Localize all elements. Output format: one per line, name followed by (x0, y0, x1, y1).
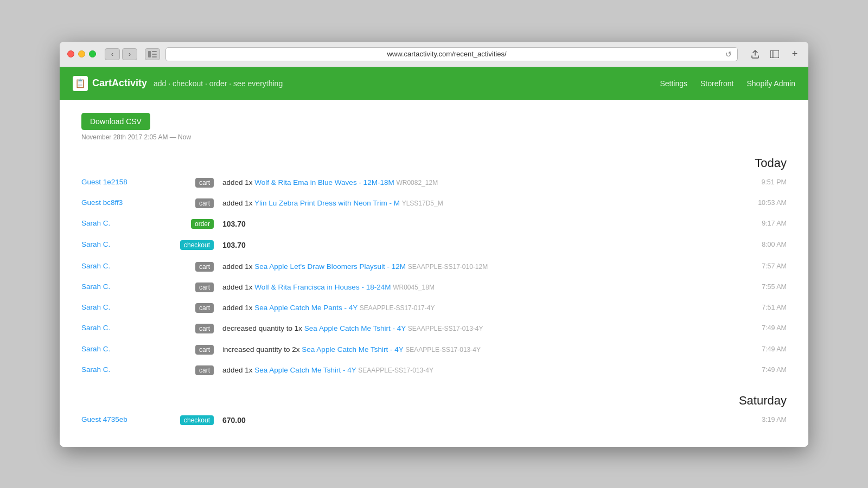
activity-description: decreased quantity to 1x Sea Apple Catch… (222, 323, 738, 334)
cart-badge: cart (195, 198, 214, 208)
svg-rect-1 (152, 51, 157, 52)
badge-area: cart (168, 323, 222, 333)
activity-description: 670.00 (222, 415, 738, 426)
cart-badge: cart (195, 345, 214, 355)
sidebar-toggle-button[interactable] (145, 48, 160, 60)
user-link[interactable]: Guest 4735eb (81, 415, 168, 423)
activity-description: added 1x Sea Apple Catch Me Pants - 4Y S… (222, 303, 738, 313)
activity-row: Guest 1e2158 cart added 1x Wolf & Rita E… (81, 172, 787, 193)
product-link[interactable]: Sea Apple Catch Me Tshirt - 4Y (304, 324, 406, 332)
cart-badge: cart (195, 324, 214, 333)
user-link[interactable]: Guest 1e2158 (81, 177, 168, 186)
cart-badge: cart (195, 178, 214, 188)
user-link[interactable]: Sarah C. (81, 219, 168, 227)
user-link[interactable]: Guest bc8ff3 (81, 198, 168, 207)
storefront-nav-item[interactable]: Storefront (700, 79, 733, 88)
share-button[interactable] (748, 48, 763, 60)
product-link[interactable]: Sea Apple Let's Draw Bloomers Playsuit -… (254, 262, 406, 271)
day-header-saturday: Saturday (81, 389, 787, 410)
checkout-badge: checkout (180, 240, 214, 250)
activity-row: Sarah C. cart added 1x Wolf & Rita Franc… (81, 277, 787, 298)
browser-actions (748, 48, 782, 60)
activity-description: 103.70 (222, 219, 738, 230)
user-link[interactable]: Sarah C. (81, 261, 168, 270)
product-link[interactable]: Wolf & Rita Ema in Blue Waves - 12M-18M (254, 178, 394, 187)
order-badge: order (191, 219, 214, 229)
activity-time: 10:53 AM (738, 198, 787, 207)
sku: SEAAPPLE-SS17-017-4Y (360, 304, 435, 312)
user-link[interactable]: Sarah C. (81, 240, 168, 248)
activity-row: Sarah C. order 103.70 9:17 AM (81, 214, 787, 235)
product-link[interactable]: Sea Apple Catch Me Tshirt - 4Y (254, 366, 356, 374)
app-header: 📋 CartActivity add · checkout · order · … (60, 67, 808, 100)
activity-description: added 1x Ylin Lu Zebra Print Dress with … (222, 198, 738, 209)
product-link[interactable]: Ylin Lu Zebra Print Dress with Neon Trim… (254, 199, 400, 207)
user-link[interactable]: Sarah C. (81, 303, 168, 311)
address-bar[interactable]: www.cartactivity.com/recent_activities/ … (165, 47, 738, 61)
user-link[interactable]: Sarah C. (81, 323, 168, 332)
activity-table: Today Guest 1e2158 cart added 1x Wolf & … (81, 152, 787, 432)
sku: WR0045_18M (393, 284, 435, 291)
svg-rect-0 (148, 51, 151, 57)
sku: SEAAPPLE-SS17-013-4Y (405, 346, 481, 354)
badge-area: checkout (168, 415, 222, 425)
activity-time: 7:51 AM (738, 303, 787, 311)
activity-row: Guest 4735eb checkout 670.00 3:19 AM (81, 410, 787, 431)
reload-button[interactable]: ↺ (725, 50, 732, 59)
maximize-button[interactable] (89, 50, 96, 57)
back-button[interactable]: ‹ (105, 48, 120, 60)
app-logo: 📋 CartActivity add · checkout · order · … (73, 76, 283, 91)
badge-area: cart (168, 303, 222, 313)
sku: SEAAPPLE-SS17-013-4Y (358, 367, 433, 374)
user-link[interactable]: Sarah C. (81, 365, 168, 374)
cart-badge: cart (195, 303, 214, 313)
badge-area: cart (168, 177, 222, 188)
reading-list-button[interactable] (767, 48, 782, 60)
new-tab-button[interactable]: + (789, 48, 801, 60)
svg-rect-3 (152, 56, 157, 57)
download-csv-button[interactable]: Download CSV (81, 113, 150, 130)
main-content: Download CSV November 28th 2017 2:05 AM … (60, 100, 808, 447)
url-text: www.cartactivity.com/recent_activities/ (171, 50, 722, 58)
header-nav: Settings Storefront Shopify Admin (660, 79, 795, 88)
activity-row: Sarah C. cart added 1x Sea Apple Catch M… (81, 360, 787, 381)
browser-chrome: ‹ › www.cartactivity.com/recent_activiti… (60, 42, 808, 67)
close-button[interactable] (67, 50, 74, 57)
badge-area: cart (168, 282, 222, 292)
forward-button[interactable]: › (122, 48, 137, 60)
activity-time: 7:57 AM (738, 261, 787, 270)
activity-time: 7:49 AM (738, 323, 787, 332)
browser-window: ‹ › www.cartactivity.com/recent_activiti… (60, 42, 808, 447)
activity-description: added 1x Sea Apple Let's Draw Bloomers P… (222, 261, 738, 272)
activity-time: 8:00 AM (738, 240, 787, 248)
minimize-button[interactable] (78, 50, 85, 57)
activity-row: Sarah C. cart added 1x Sea Apple Catch M… (81, 298, 787, 318)
user-link[interactable]: Sarah C. (81, 282, 168, 291)
activity-time: 9:51 PM (738, 177, 787, 186)
product-link[interactable]: Sea Apple Catch Me Pants - 4Y (254, 304, 358, 312)
activity-row: Sarah C. cart decreased quantity to 1x S… (81, 318, 787, 339)
shopify-admin-nav-item[interactable]: Shopify Admin (747, 79, 796, 88)
activity-description: 103.70 (222, 240, 738, 251)
svg-rect-2 (152, 54, 157, 55)
badge-area: cart (168, 198, 222, 208)
activity-description: added 1x Wolf & Rita Francisca in Houses… (222, 282, 738, 293)
settings-nav-item[interactable]: Settings (660, 79, 687, 88)
svg-rect-5 (773, 50, 774, 58)
activity-time: 7:49 AM (738, 344, 787, 353)
app-tagline: add · checkout · order · see everything (154, 79, 283, 88)
order-amount: 103.70 (222, 220, 246, 228)
cart-badge: cart (195, 365, 214, 375)
product-link[interactable]: Wolf & Rita Francisca in Houses - 18-24M (254, 283, 391, 291)
badge-area: cart (168, 261, 222, 272)
product-link[interactable]: Sea Apple Catch Me Tshirt - 4Y (302, 345, 403, 354)
svg-rect-4 (770, 50, 779, 58)
logo-icon: 📋 (73, 76, 88, 91)
activity-row: Sarah C. checkout 103.70 8:00 AM (81, 235, 787, 256)
user-link[interactable]: Sarah C. (81, 344, 168, 353)
logo-emoji: 📋 (75, 78, 86, 88)
badge-area: cart (168, 365, 222, 375)
browser-titlebar: ‹ › www.cartactivity.com/recent_activiti… (60, 42, 808, 67)
activity-row: Sarah C. cart increased quantity to 2x S… (81, 339, 787, 360)
activity-time: 9:17 AM (738, 219, 787, 227)
